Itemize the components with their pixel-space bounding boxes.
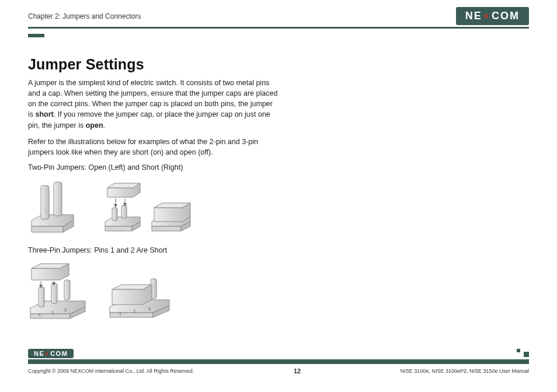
svg-text:2: 2 xyxy=(51,310,54,314)
brand-logo-footer: NECOM xyxy=(28,348,74,358)
svg-rect-3 xyxy=(41,186,49,219)
doc-name: NISE 3100e, NISE 3100eP2, NISE 3150e Use… xyxy=(401,368,529,374)
paragraph-2: Refer to the illustrations below for exa… xyxy=(28,136,279,158)
svg-rect-9 xyxy=(121,205,127,218)
content-column: Jumper Settings A jumper is the simplest… xyxy=(28,56,279,332)
jumper-2pin-short-icon xyxy=(102,175,195,236)
svg-rect-8 xyxy=(112,208,117,220)
header-rule xyxy=(28,27,529,29)
brand-right: COM xyxy=(492,10,520,22)
two-pin-open xyxy=(28,175,86,236)
copyright-text: Copyright © 2009 NEXCOM International Co… xyxy=(28,368,194,374)
p1-post: . xyxy=(103,121,105,130)
svg-marker-22 xyxy=(30,314,70,318)
brand-x-icon xyxy=(482,10,492,22)
svg-text:1: 1 xyxy=(39,313,41,317)
svg-marker-17 xyxy=(152,226,181,231)
figure-two-pin-row xyxy=(28,175,279,236)
p1-open: open xyxy=(86,121,103,130)
brand-left-small: NE xyxy=(34,350,44,357)
header-rule-accent xyxy=(28,34,44,37)
brand-x-icon-small xyxy=(44,350,50,357)
p1-mid: . If you remove the jumper cap, or place… xyxy=(28,110,270,129)
caption-two-pin: Two-Pin Jumpers: Open (Left) and Short (… xyxy=(28,163,279,172)
nexcom-logo: NECOM xyxy=(456,7,529,25)
page-number: 12 xyxy=(294,368,301,374)
footer-squares-icon xyxy=(517,349,529,359)
three-pin-shorted: 1 2 3 xyxy=(107,264,177,322)
caption-three-pin: Three-Pin Jumpers: Pins 1 and 2 Are Shor… xyxy=(28,246,279,254)
footer-text-row: Copyright © 2009 NEXCOM International Co… xyxy=(28,368,529,374)
svg-rect-4 xyxy=(54,182,62,216)
footer-rule xyxy=(28,359,529,364)
paragraph-1: A jumper is the simplest kind of electri… xyxy=(28,78,279,131)
jumper-3pin-short-icon: 1 2 3 xyxy=(107,264,177,322)
svg-rect-25 xyxy=(51,284,57,303)
page-header: Chapter 2: Jumpers and Connectors NECOM xyxy=(28,10,529,24)
svg-marker-6 xyxy=(105,226,132,231)
page-title: Jumper Settings xyxy=(28,56,279,73)
nexcom-logo-small: NECOM xyxy=(28,349,74,358)
svg-marker-37 xyxy=(110,313,153,317)
manual-page: Chapter 2: Jumpers and Connectors NECOM … xyxy=(0,0,557,392)
brand-right-small: COM xyxy=(50,350,68,357)
two-pin-short xyxy=(102,175,195,236)
brand-left: NE xyxy=(465,10,482,22)
svg-rect-26 xyxy=(64,280,70,300)
svg-marker-1 xyxy=(32,226,63,232)
svg-rect-24 xyxy=(39,287,44,307)
svg-text:1: 1 xyxy=(119,312,121,316)
figure-three-pin-row: 1 2 3 xyxy=(28,258,279,322)
brand-logo-top: NECOM xyxy=(456,7,529,25)
p1-short: short xyxy=(36,110,54,118)
jumper-3pin-capover-icon: 1 2 3 xyxy=(28,258,92,322)
svg-text:2: 2 xyxy=(133,309,135,313)
three-pin-cap-over: 1 2 3 xyxy=(28,258,92,322)
svg-marker-13 xyxy=(114,204,117,208)
chapter-label: Chapter 2: Jumpers and Connectors xyxy=(28,12,141,20)
svg-text:3: 3 xyxy=(148,307,151,311)
svg-text:3: 3 xyxy=(64,308,67,312)
jumper-2pin-open-icon xyxy=(28,175,86,236)
